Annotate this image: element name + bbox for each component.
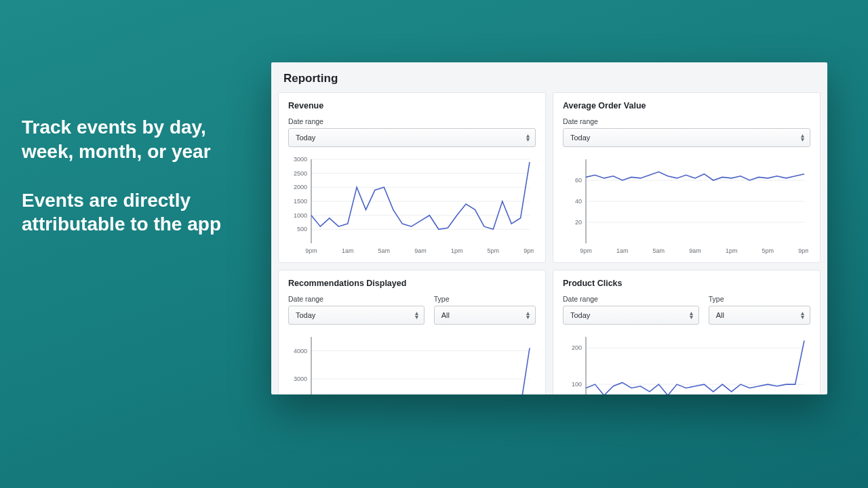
chevron-updown-icon: ▴▾ bbox=[526, 311, 530, 319]
select-value: All bbox=[716, 311, 724, 319]
promo-copy: Track events by day, week, month, or yea… bbox=[22, 115, 245, 261]
svg-text:9pm: 9pm bbox=[305, 247, 317, 254]
card-recs: Recommendations Displayed Date range Tod… bbox=[278, 270, 546, 394]
svg-text:1500: 1500 bbox=[294, 198, 307, 205]
date-range-label: Date range bbox=[563, 117, 810, 125]
card-clicks: Product Clicks Date range Today ▴▾ Type … bbox=[553, 270, 821, 394]
svg-text:2500: 2500 bbox=[294, 170, 307, 177]
svg-text:40: 40 bbox=[575, 198, 582, 205]
clicks-chart: 1002009pm1am5am9am1pm5pm9pm bbox=[563, 333, 810, 394]
svg-text:9am: 9am bbox=[689, 247, 701, 254]
recs-date-range-select[interactable]: Today ▴▾ bbox=[288, 306, 425, 325]
card-aov-title: Average Order Value bbox=[563, 101, 810, 110]
select-value: Today bbox=[296, 311, 315, 319]
svg-text:9am: 9am bbox=[414, 247, 427, 254]
svg-text:5am: 5am bbox=[378, 247, 391, 254]
card-clicks-title: Product Clicks bbox=[563, 279, 810, 288]
card-revenue-title: Revenue bbox=[288, 101, 536, 110]
promo-line-2: Events are directly attributable to the … bbox=[22, 188, 245, 237]
card-aov: Average Order Value Date range Today ▴▾ … bbox=[553, 92, 821, 263]
date-range-label: Date range bbox=[563, 295, 699, 303]
chevron-updown-icon: ▴▾ bbox=[801, 311, 804, 319]
svg-text:200: 200 bbox=[572, 344, 582, 351]
svg-text:1am: 1am bbox=[616, 247, 629, 254]
card-recs-title: Recommendations Displayed bbox=[288, 279, 536, 288]
aov-chart: 2040609pm1am5am9am1pm5pm9pm bbox=[563, 155, 810, 257]
chevron-updown-icon: ▴▾ bbox=[415, 311, 418, 319]
svg-text:100: 100 bbox=[572, 381, 582, 388]
svg-text:500: 500 bbox=[297, 226, 307, 232]
marketing-slide: Track events by day, week, month, or yea… bbox=[0, 0, 868, 488]
svg-text:5pm: 5pm bbox=[762, 247, 774, 254]
svg-text:1000: 1000 bbox=[294, 212, 307, 219]
clicks-date-range-select[interactable]: Today ▴▾ bbox=[563, 306, 699, 325]
recs-type-select[interactable]: All ▴▾ bbox=[434, 306, 536, 325]
svg-text:3000: 3000 bbox=[294, 156, 307, 163]
svg-text:60: 60 bbox=[575, 177, 582, 184]
promo-line-1: Track events by day, week, month, or yea… bbox=[22, 115, 245, 164]
select-value: Today bbox=[570, 134, 590, 142]
chevron-updown-icon: ▴▾ bbox=[801, 134, 804, 142]
clicks-type-select[interactable]: All ▴▾ bbox=[709, 306, 810, 325]
svg-text:1pm: 1pm bbox=[451, 247, 463, 254]
cards-grid: Revenue Date range Today ▴▾ 500100015002… bbox=[271, 92, 827, 394]
select-value: Today bbox=[296, 134, 315, 142]
revenue-chart: 500100015002000250030009pm1am5am9am1pm5p… bbox=[288, 155, 536, 257]
svg-text:9pm: 9pm bbox=[798, 247, 808, 254]
reporting-panel: Reporting Revenue Date range Today ▴▾ 50… bbox=[271, 62, 827, 394]
svg-text:5pm: 5pm bbox=[488, 247, 500, 254]
svg-text:5am: 5am bbox=[653, 247, 665, 254]
svg-text:3000: 3000 bbox=[294, 375, 307, 382]
aov-date-range-select[interactable]: Today ▴▾ bbox=[563, 128, 810, 147]
date-range-label: Date range bbox=[288, 295, 425, 303]
svg-text:9pm: 9pm bbox=[580, 247, 592, 254]
svg-text:1am: 1am bbox=[342, 247, 354, 254]
svg-text:2000: 2000 bbox=[294, 184, 307, 190]
select-value: Today bbox=[570, 311, 590, 319]
revenue-date-range-select[interactable]: Today ▴▾ bbox=[288, 128, 536, 147]
chevron-updown-icon: ▴▾ bbox=[690, 311, 693, 319]
type-label: Type bbox=[434, 295, 536, 303]
recs-chart: 2000300040009pm1am5am9am1pm5pm9pm bbox=[288, 333, 536, 394]
select-value: All bbox=[441, 311, 450, 319]
chevron-updown-icon: ▴▾ bbox=[526, 134, 530, 142]
page-title: Reporting bbox=[271, 62, 827, 92]
date-range-label: Date range bbox=[288, 117, 536, 125]
card-revenue: Revenue Date range Today ▴▾ 500100015002… bbox=[278, 92, 546, 263]
type-label: Type bbox=[709, 295, 810, 303]
svg-text:20: 20 bbox=[575, 219, 582, 226]
svg-text:4000: 4000 bbox=[294, 348, 307, 354]
svg-text:9pm: 9pm bbox=[524, 247, 534, 254]
svg-text:1pm: 1pm bbox=[726, 247, 738, 254]
